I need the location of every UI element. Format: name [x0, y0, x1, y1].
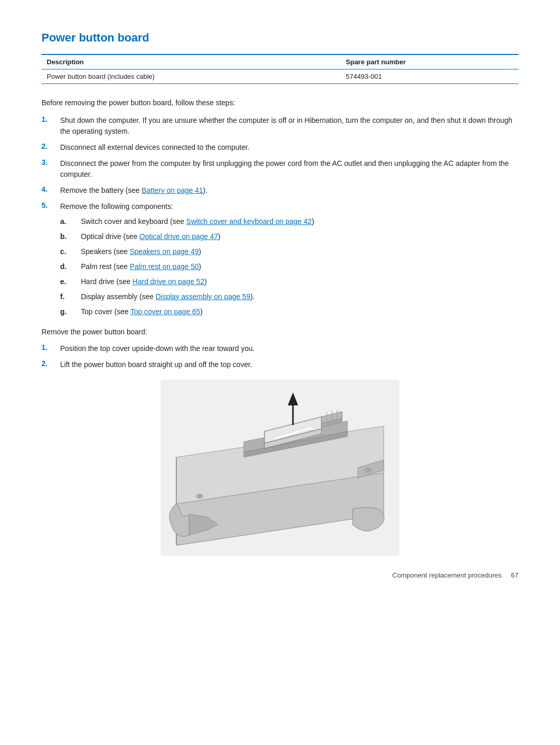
- svg-point-18: [365, 468, 371, 472]
- sub-step-a: a. Switch cover and keyboard (see Switch…: [60, 216, 519, 227]
- step-1: 1. Shut down the computer. If you are un…: [41, 115, 519, 137]
- sub-text-e: Hard drive (see Hard drive on page 52): [81, 276, 207, 287]
- sub-text-g: Top cover (see Top cover on page 65): [81, 306, 203, 317]
- optical-drive-link[interactable]: Optical drive on page 47: [139, 232, 218, 241]
- remove-steps-list: 1. Position the top cover upside-down wi…: [41, 343, 519, 370]
- step-text-5: Remove the following components: a. Swit…: [60, 201, 519, 321]
- parts-table: Description Spare part number Power butt…: [41, 54, 519, 84]
- sub-label-b: b.: [60, 231, 81, 242]
- top-cover-link[interactable]: Top cover on page 65: [130, 307, 200, 316]
- step-num-1: 1.: [41, 115, 60, 123]
- sub-step-g: g. Top cover (see Top cover on page 65): [60, 306, 519, 317]
- battery-link[interactable]: Battery on page 41: [142, 186, 203, 194]
- step-text-1: Shut down the computer. If you are unsur…: [60, 115, 519, 137]
- svg-point-17: [197, 494, 203, 498]
- sub-text-f: Display assembly (see Display assembly o…: [81, 291, 255, 302]
- sub-text-a: Switch cover and keyboard (see Switch co…: [81, 216, 314, 227]
- sub-label-e: e.: [60, 276, 81, 287]
- page-number: 67: [511, 571, 519, 579]
- steps-list: 1. Shut down the computer. If you are un…: [41, 115, 519, 321]
- remove-step-1: 1. Position the top cover upside-down wi…: [41, 343, 519, 354]
- sub-step-b: b. Optical drive (see Optical drive on p…: [60, 231, 519, 242]
- remove-step-text-1: Position the top cover upside-down with …: [60, 343, 519, 354]
- sub-text-b: Optical drive (see Optical drive on page…: [81, 231, 220, 242]
- sub-steps-list: a. Switch cover and keyboard (see Switch…: [60, 216, 519, 317]
- step-text-3: Disconnect the power from the computer b…: [60, 158, 519, 180]
- diagram-image: [161, 379, 399, 556]
- footer-label: Component replacement procedures: [393, 571, 502, 579]
- step-num-3: 3.: [41, 158, 60, 166]
- remove-step-num-1: 1.: [41, 343, 60, 352]
- step-num-5: 5.: [41, 201, 60, 209]
- table-row: Power button board (includes cable) 5744…: [41, 69, 519, 84]
- sub-text-c: Speakers (see Speakers on page 49): [81, 246, 201, 257]
- remove-step-2: 2. Lift the power button board straight …: [41, 359, 519, 370]
- remove-step-num-2: 2.: [41, 359, 60, 368]
- hard-drive-link[interactable]: Hard drive on page 52: [133, 277, 205, 286]
- page-title: Power button board: [41, 31, 519, 45]
- switch-cover-link[interactable]: Switch cover and keyboard on page 42: [186, 217, 312, 226]
- step-num-4: 4.: [41, 185, 60, 193]
- sub-label-g: g.: [60, 306, 81, 317]
- sub-label-d: d.: [60, 261, 81, 272]
- sub-text-d: Palm rest (see Palm rest on page 50): [81, 261, 201, 272]
- remove-header: Remove the power button board:: [41, 328, 519, 336]
- sub-step-f: f. Display assembly (see Display assembl…: [60, 291, 519, 302]
- step-num-2: 2.: [41, 142, 60, 150]
- part-number: 574493-001: [341, 69, 519, 84]
- step-text-4: Remove the battery (see Battery on page …: [60, 185, 519, 196]
- intro-text: Before removing the power button board, …: [41, 99, 519, 107]
- sub-label-a: a.: [60, 216, 81, 227]
- speakers-link[interactable]: Speakers on page 49: [130, 247, 199, 256]
- palm-rest-link[interactable]: Palm rest on page 50: [130, 262, 199, 271]
- col-header-description: Description: [41, 54, 341, 69]
- step-3: 3. Disconnect the power from the compute…: [41, 158, 519, 180]
- step-2: 2. Disconnect all external devices conne…: [41, 142, 519, 153]
- sub-step-c: c. Speakers (see Speakers on page 49): [60, 246, 519, 257]
- remove-step-text-2: Lift the power button board straight up …: [60, 359, 519, 370]
- step-4: 4. Remove the battery (see Battery on pa…: [41, 185, 519, 196]
- step-text-2: Disconnect all external devices connecte…: [60, 142, 519, 153]
- display-assembly-link[interactable]: Display assembly on page 59: [156, 292, 250, 301]
- step-5: 5. Remove the following components: a. S…: [41, 201, 519, 321]
- sub-step-e: e. Hard drive (see Hard drive on page 52…: [60, 276, 519, 287]
- col-header-part-number: Spare part number: [341, 54, 519, 69]
- part-description: Power button board (includes cable): [41, 69, 341, 84]
- sub-label-f: f.: [60, 291, 81, 302]
- sub-label-c: c.: [60, 246, 81, 257]
- sub-step-d: d. Palm rest (see Palm rest on page 50): [60, 261, 519, 272]
- diagram-container: [41, 379, 519, 556]
